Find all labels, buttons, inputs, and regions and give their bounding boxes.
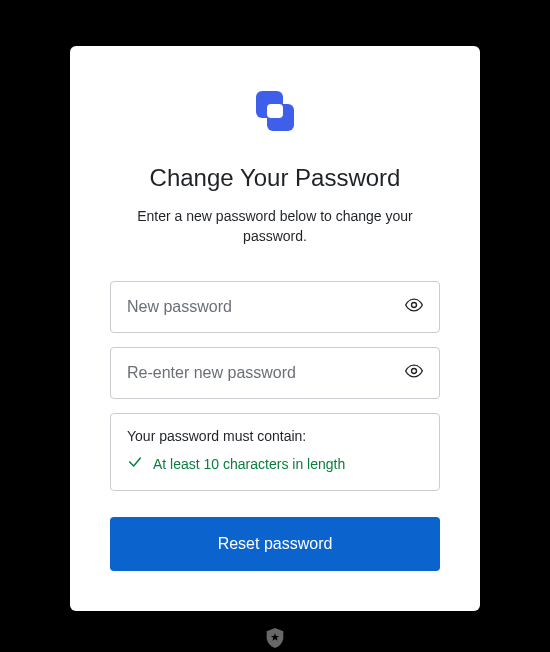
logo-wrap xyxy=(110,86,440,138)
svg-point-3 xyxy=(412,303,417,308)
toggle-visibility-confirm-button[interactable] xyxy=(398,357,430,389)
new-password-field xyxy=(110,281,440,333)
security-badge-icon xyxy=(265,627,285,652)
toggle-visibility-new-button[interactable] xyxy=(398,291,430,323)
password-rules-panel: Your password must contain: At least 10 … xyxy=(110,413,440,491)
check-icon xyxy=(127,454,143,474)
svg-point-4 xyxy=(412,369,417,374)
password-rule-text: At least 10 characters in length xyxy=(153,456,345,472)
confirm-password-input[interactable] xyxy=(110,347,440,399)
password-rules-heading: Your password must contain: xyxy=(127,428,423,444)
svg-rect-2 xyxy=(267,104,283,118)
reset-password-button[interactable]: Reset password xyxy=(110,517,440,571)
password-rule-item: At least 10 characters in length xyxy=(127,454,423,474)
app-logo-icon xyxy=(249,86,301,138)
eye-icon xyxy=(404,361,424,384)
change-password-card: Change Your Password Enter a new passwor… xyxy=(70,46,480,611)
page-title: Change Your Password xyxy=(110,164,440,192)
new-password-input[interactable] xyxy=(110,281,440,333)
page-subtitle: Enter a new password below to change you… xyxy=(110,206,440,247)
eye-icon xyxy=(404,295,424,318)
confirm-password-field xyxy=(110,347,440,399)
